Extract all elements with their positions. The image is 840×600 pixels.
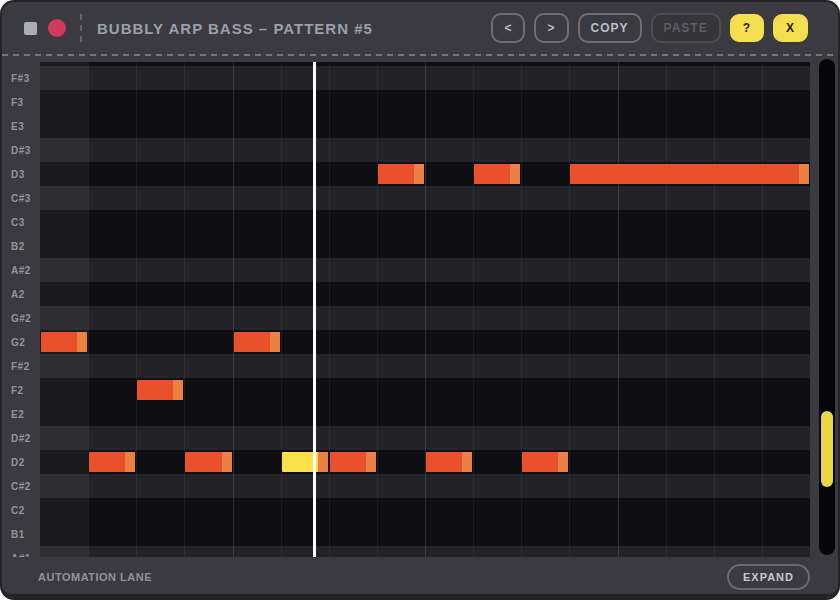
first-step-highlight: [40, 62, 88, 557]
note-tail: [125, 452, 135, 472]
copy-button[interactable]: COPY: [578, 13, 642, 43]
record-icon[interactable]: [48, 19, 66, 37]
beat-line: [233, 62, 234, 557]
note-block[interactable]: [234, 332, 280, 352]
note-block[interactable]: [426, 452, 472, 472]
note-block[interactable]: [89, 452, 135, 472]
note-label: C#3: [11, 193, 38, 204]
note-tail: [414, 164, 424, 184]
note-label: E3: [11, 121, 38, 132]
note-label: F#2: [11, 361, 38, 372]
note-tail: [366, 452, 376, 472]
grid-line: [136, 62, 137, 557]
note-tail: [318, 452, 328, 472]
note-block[interactable]: [330, 452, 376, 472]
dashed-separator: [2, 54, 838, 56]
piano-roll-grid[interactable]: [40, 62, 810, 557]
grid-line: [569, 62, 570, 557]
top-bar: BUBBLY ARP BASS – PATTERN #5 < > COPY PA…: [2, 2, 838, 54]
close-button[interactable]: X: [773, 14, 808, 42]
bottom-bar: AUTOMATION LANE EXPAND: [2, 557, 838, 596]
note-label: F#3: [11, 73, 38, 84]
note-block[interactable]: [570, 164, 809, 184]
note-block[interactable]: [522, 452, 568, 472]
note-label: C2: [11, 505, 38, 516]
plugin-window: BUBBLY ARP BASS – PATTERN #5 < > COPY PA…: [0, 0, 840, 600]
note-tail: [270, 332, 280, 352]
note-label: D3: [11, 169, 38, 180]
note-tail: [799, 164, 809, 184]
scrollbar-track[interactable]: [819, 59, 835, 555]
grid-line: [762, 62, 763, 557]
grid-line: [473, 62, 474, 557]
grid-line: [714, 62, 715, 557]
grid-line: [329, 62, 330, 557]
note-label-column: F#3F3E3D#3D3C#3C3B2A#2A2G#2G2F#2F2E2D#2D…: [2, 62, 38, 557]
note-tail: [173, 380, 183, 400]
toolbar: < > COPY PASTE ? X: [491, 13, 808, 43]
divider: [80, 14, 82, 42]
note-label: C3: [11, 217, 38, 228]
note-label: D#3: [11, 145, 38, 156]
note-block[interactable]: [378, 164, 424, 184]
grid-line: [184, 62, 185, 557]
note-label: F2: [11, 385, 38, 396]
grid-line: [521, 62, 522, 557]
next-pattern-button[interactable]: >: [534, 13, 568, 43]
note-block[interactable]: [41, 332, 87, 352]
stop-icon[interactable]: [24, 22, 37, 35]
pattern-title: BUBBLY ARP BASS – PATTERN #5: [97, 20, 373, 37]
note-tail: [222, 452, 232, 472]
grid-line: [281, 62, 282, 557]
beat-line: [618, 62, 619, 557]
expand-button[interactable]: EXPAND: [727, 564, 810, 590]
note-label: C#2: [11, 481, 38, 492]
note-label: B2: [11, 241, 38, 252]
playhead[interactable]: [313, 62, 316, 557]
note-label: B1: [11, 529, 38, 540]
prev-pattern-button[interactable]: <: [491, 13, 525, 43]
note-label: D2: [11, 457, 38, 468]
note-label: E2: [11, 409, 38, 420]
automation-lane-label: AUTOMATION LANE: [38, 571, 152, 583]
note-label: D#2: [11, 433, 38, 444]
note-block[interactable]: [474, 164, 520, 184]
grid-line: [666, 62, 667, 557]
note-block[interactable]: [137, 380, 183, 400]
paste-button[interactable]: PASTE: [651, 13, 721, 43]
grid-line: [377, 62, 378, 557]
note-block-active[interactable]: [282, 452, 328, 472]
help-button[interactable]: ?: [730, 14, 764, 42]
scrollbar-thumb[interactable]: [821, 411, 833, 486]
note-tail: [558, 452, 568, 472]
note-tail: [462, 452, 472, 472]
note-label: A#2: [11, 265, 38, 276]
note-tail: [510, 164, 520, 184]
note-label: G2: [11, 337, 38, 348]
note-block[interactable]: [185, 452, 231, 472]
note-label: F3: [11, 97, 38, 108]
note-label: A2: [11, 289, 38, 300]
note-label: G#2: [11, 313, 38, 324]
note-tail: [77, 332, 87, 352]
grid-line: [88, 62, 89, 557]
beat-line: [425, 62, 426, 557]
